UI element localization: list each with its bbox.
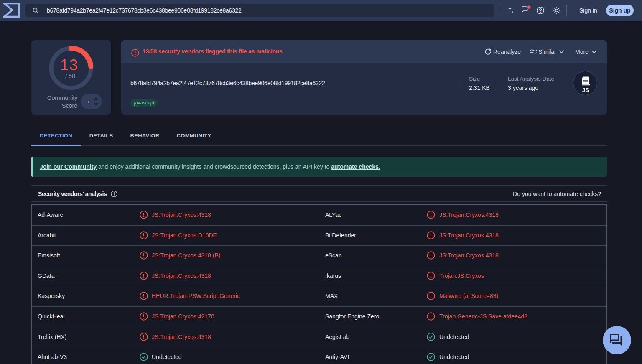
svg-text:JS: JS <box>582 87 589 93</box>
